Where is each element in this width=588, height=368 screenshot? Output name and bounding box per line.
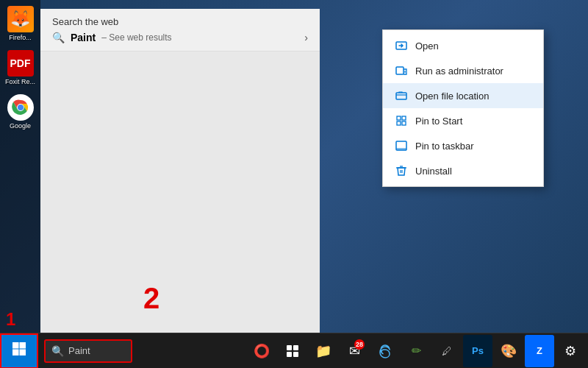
pin-start-icon xyxy=(395,114,408,127)
sidebar-icons: 🦊 Firefo... PDF Foxit Re... Google xyxy=(0,0,40,333)
svg-rect-10 xyxy=(396,148,406,150)
search-main-content xyxy=(40,52,320,333)
open-icon xyxy=(395,39,408,52)
taskbar-cortana[interactable]: ⭕ xyxy=(247,335,276,367)
firefox-label: Firefo... xyxy=(9,34,32,41)
taskbar-adguard[interactable]: ✏ xyxy=(401,335,431,367)
context-menu-uninstall[interactable]: Uninstall xyxy=(383,158,543,183)
taskbar-search-text: Paint xyxy=(68,345,90,356)
annotation-one: 1 xyxy=(6,309,15,330)
taskbar-search-icon: 🔍 xyxy=(51,345,64,357)
annotation-two: 2 xyxy=(143,282,159,315)
taskbar-edge[interactable] xyxy=(370,335,400,367)
svg-rect-15 xyxy=(287,345,292,350)
taskbar-mail-wrap[interactable]: ✉ 28 xyxy=(340,335,369,367)
svg-point-1 xyxy=(18,105,24,110)
chrome-label: Google xyxy=(10,122,31,130)
pin-start-label: Pin to Start xyxy=(415,116,462,127)
desktop-icon-chrome[interactable]: Google xyxy=(4,94,37,130)
open-location-icon xyxy=(395,89,408,102)
taskbar-file-explorer[interactable]: 📁 xyxy=(309,335,338,367)
context-menu-pin-taskbar[interactable]: Pin to taskbar xyxy=(383,133,543,158)
windows-icon xyxy=(12,342,26,360)
taskbar-search-box[interactable]: 🔍 Paint xyxy=(44,339,132,363)
search-query-text: Paint xyxy=(71,32,96,43)
search-panel-title: Search the web xyxy=(52,16,308,27)
svg-rect-14 xyxy=(20,350,26,356)
foxit-label: Foxit Re... xyxy=(5,78,35,85)
taskbar-settings[interactable]: ⚙ xyxy=(556,335,585,367)
search-see-results: – See web results xyxy=(101,32,171,43)
svg-rect-13 xyxy=(12,350,19,356)
taskbar-icons: ⭕ 📁 ✉ 28 ✏ 🖊 Ps 🎨 Z ⚙ xyxy=(244,333,588,369)
pin-taskbar-icon xyxy=(395,139,408,152)
svg-rect-5 xyxy=(397,116,401,120)
context-menu-open-location[interactable]: Open file location xyxy=(383,83,543,108)
taskbar-search-area: 🔍 Paint xyxy=(38,333,244,369)
open-label: Open xyxy=(415,40,439,52)
svg-rect-17 xyxy=(287,352,292,357)
svg-rect-3 xyxy=(396,67,404,74)
context-menu-run-admin[interactable]: Run as administrator xyxy=(383,58,543,83)
run-admin-icon xyxy=(395,64,408,77)
taskbar-task-view[interactable] xyxy=(278,335,307,367)
desktop-icon-foxit[interactable]: PDF Foxit Re... xyxy=(4,50,37,85)
search-query-row[interactable]: 🔍 Paint – See web results › xyxy=(52,32,308,43)
pin-taskbar-label: Pin to taskbar xyxy=(415,141,474,152)
search-panel: Search the web 🔍 Paint – See web results… xyxy=(40,9,320,333)
svg-rect-16 xyxy=(293,345,298,350)
taskbar: 🔍 Paint ⭕ 📁 ✉ 28 ✏ 🖊 Ps xyxy=(0,333,588,368)
desktop-icon-firefox[interactable]: 🦊 Firefo... xyxy=(4,6,37,41)
uninstall-label: Uninstall xyxy=(415,166,452,177)
taskbar-mail: ✉ xyxy=(340,335,369,367)
svg-rect-4 xyxy=(396,93,406,99)
mail-badge: 28 xyxy=(354,339,365,350)
taskbar-app1[interactable]: 🖊 xyxy=(432,335,462,367)
taskbar-photoshop[interactable]: Ps xyxy=(463,335,492,367)
svg-rect-7 xyxy=(397,121,401,125)
desktop: 🦊 Firefo... PDF Foxit Re... Google Searc… xyxy=(0,0,588,368)
svg-rect-18 xyxy=(293,352,298,357)
context-menu: Open Run as administrator Open file lo xyxy=(382,29,544,187)
taskbar-paint[interactable]: 🎨 xyxy=(494,335,523,367)
search-arrow-icon: › xyxy=(304,32,308,43)
search-header: Search the web 🔍 Paint – See web results… xyxy=(40,9,320,52)
context-menu-pin-start[interactable]: Pin to Start xyxy=(383,108,543,133)
uninstall-icon xyxy=(395,164,408,177)
svg-rect-12 xyxy=(20,342,26,349)
open-location-label: Open file location xyxy=(415,91,489,102)
taskbar-zalo[interactable]: Z xyxy=(525,335,554,367)
svg-rect-11 xyxy=(12,342,19,349)
start-button[interactable] xyxy=(0,333,38,369)
context-menu-open[interactable]: Open xyxy=(383,33,543,58)
svg-rect-8 xyxy=(402,121,406,125)
run-admin-label: Run as administrator xyxy=(415,66,503,77)
search-magnifier-icon: 🔍 xyxy=(52,32,65,43)
svg-rect-6 xyxy=(402,116,406,120)
